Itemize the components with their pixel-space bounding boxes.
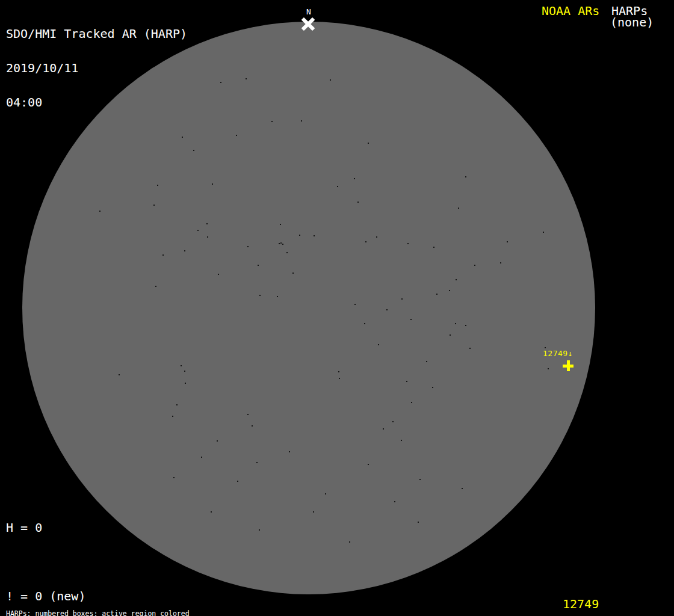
page-title: SDO/HMI Tracked AR (HARP): [6, 28, 187, 40]
footnote-harps: HARPs: numbered boxes; active region col…: [6, 610, 248, 616]
footnotes: HARPs: numbered boxes; active region col…: [6, 596, 248, 616]
noaa-ars-legend-label: NOAA ARs: [542, 5, 599, 17]
header-block: SDO/HMI Tracked AR (HARP) 2019/10/11 04:…: [6, 5, 187, 131]
cross-marker-bar: [567, 360, 570, 371]
harps-legend-value: (none): [610, 17, 654, 28]
observation-date: 2019/10/11: [6, 63, 187, 74]
harp-count-line: H = 0: [6, 522, 144, 534]
observation-time: 04:00: [6, 97, 187, 108]
noaa-ar-cross-marker: [563, 360, 574, 371]
bottom-right-ar-number: 12749: [563, 599, 599, 610]
solar-harp-view: SDO/HMI Tracked AR (HARP) 2019/10/11 04:…: [0, 0, 674, 616]
north-label: N: [300, 8, 317, 16]
north-pole-x-marker: [300, 16, 317, 32]
noaa-ar-number-label: 12749↓: [543, 350, 573, 357]
